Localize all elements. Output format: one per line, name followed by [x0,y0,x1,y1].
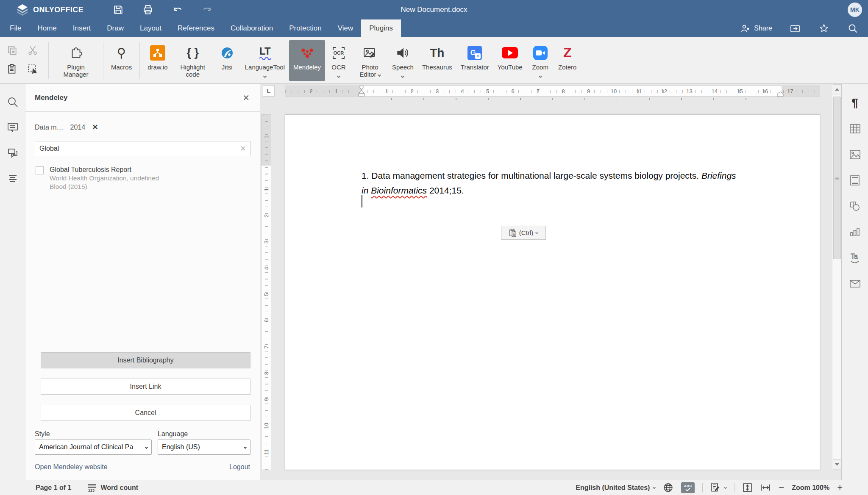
ruler-number: 7 [263,343,270,351]
page-indicator[interactable]: Page 1 of 1 [36,484,71,492]
image-settings-icon[interactable] [849,148,861,161]
filter-chip-remove-icon[interactable]: ✕ [92,123,98,132]
undo-icon[interactable] [172,4,184,16]
paragraph-settings-icon[interactable]: ¶ [849,97,861,109]
shape-settings-icon[interactable] [849,200,861,213]
language-select[interactable]: English (US) [158,440,250,455]
tab-plugins[interactable]: Plugins [361,19,401,37]
table-settings-icon[interactable] [849,122,861,135]
tab-protection[interactable]: Protection [281,19,330,37]
navigation-icon[interactable] [6,172,19,185]
app-header: ONLYOFFICE [0,0,868,37]
ruler-number: 10 [609,86,618,97]
toolbar-macros-button[interactable]: ⚲ Macros [107,40,136,81]
vertical-ruler[interactable]: 12345678910111 [261,114,271,470]
print-icon[interactable] [142,4,154,16]
fit-page-button[interactable] [742,482,753,493]
track-changes-button[interactable] [710,482,726,493]
zoom-dropdown-chevron[interactable] [539,72,542,76]
scroll-up-button[interactable] [833,84,841,94]
toolbar-label: Zotero [558,64,576,71]
toolbar-speech-button[interactable]: Speech [388,40,418,81]
toolbar-mendeley-button[interactable]: Mendeley [289,40,325,81]
indent-marker[interactable] [358,86,365,97]
tab-view[interactable]: View [330,19,362,37]
toolbar-youtube-button[interactable]: YouTube [493,40,527,81]
style-select[interactable]: American Journal of Clinical Pa [35,440,152,455]
select-all-icon[interactable] [26,63,39,75]
word-count-button[interactable]: 123 Word count [87,483,138,493]
share-button[interactable]: Share [740,24,772,33]
search-clear-icon[interactable]: ✕ [240,144,246,153]
photo-editor-dropdown-chevron[interactable] [377,73,381,76]
favorite-star-icon[interactable] [818,22,830,34]
toolbar-plugin-manager-button[interactable]: Plugin Manager [52,40,100,81]
right-indent-marker[interactable] [777,91,784,97]
tab-file[interactable]: File [2,19,29,37]
zoom-out-button[interactable]: − [779,484,784,492]
horizontal-ruler[interactable]: 123456789101112131415161712 [285,86,820,97]
tab-references[interactable]: References [170,19,223,37]
insert-link-button[interactable]: Insert Link [41,379,250,395]
chart-settings-icon[interactable] [849,226,861,238]
ruler-number: 4 [263,264,270,273]
scrollbar-thumb[interactable] [833,97,841,259]
save-icon[interactable] [112,4,124,16]
cut-icon[interactable] [26,44,39,57]
insert-bibliography-button[interactable]: Insert Bibliography [41,352,250,368]
languagetool-dropdown-chevron[interactable] [264,72,266,76]
copy-icon[interactable] [6,44,19,57]
ruler-number: 2 [408,86,416,97]
track-changes-icon [710,482,721,493]
toolbar-jitsi-button[interactable]: Jitsi [214,40,241,81]
toolbar-photo-editor-button[interactable]: Photo Editor [352,40,388,81]
ruler-number: 1 [332,86,341,97]
zoom-level-label[interactable]: Zoom 100% [792,484,829,492]
paste-icon[interactable] [6,63,19,75]
logout-link[interactable]: Logout [229,463,250,471]
spell-check-toggle[interactable]: ABC [681,482,695,493]
comments-icon[interactable] [6,121,19,134]
toolbar-zoom-button[interactable]: Zoom [527,40,554,81]
search-icon[interactable] [6,96,19,108]
vertical-scrollbar[interactable] [832,84,841,470]
open-mendeley-website-link[interactable]: Open Mendeley website [35,463,108,471]
paste-options-button[interactable]: (Ctrl) [501,226,546,240]
tab-stop-selector[interactable]: L [263,86,275,97]
toolbar-translator-button[interactable]: G A Translator [456,40,493,81]
tab-collaboration[interactable]: Collaboration [223,19,281,37]
translator-icon: G A [467,44,482,62]
open-file-location-icon[interactable] [789,22,801,34]
cancel-button[interactable]: Cancel [41,405,250,421]
fit-width-button[interactable] [760,482,771,493]
chat-icon[interactable] [6,147,19,159]
toolbar-zotero-button[interactable]: Z Zotero [554,40,581,81]
zoom-in-button[interactable]: + [837,484,843,492]
tab-layout[interactable]: Layout [132,19,170,37]
toolbar-drawio-button[interactable]: draw.io [143,40,172,81]
mail-merge-icon[interactable] [849,277,861,290]
document-language-selector[interactable]: English (United States) [576,484,655,492]
toolbar-thesaurus-button[interactable]: Th Thesaurus [418,40,456,81]
scroll-down-button[interactable] [833,459,841,470]
panel-close-icon[interactable]: ✕ [242,93,250,103]
search-result-item[interactable]: Global Tuberculosis Report World Health … [36,166,260,191]
header-footer-settings-icon[interactable] [849,174,861,187]
ocr-dropdown-chevron[interactable] [337,72,340,76]
set-language-globe-icon[interactable] [663,482,673,493]
toolbar-languagetool-button[interactable]: LT LanguageTool [241,40,289,81]
plugins-toolbar: Plugin Manager ⚲ Macros draw.io { } High… [0,37,868,84]
tab-draw[interactable]: Draw [99,19,132,37]
text-art-settings-icon[interactable]: Ta [849,252,861,264]
tab-home[interactable]: Home [29,19,64,37]
result-checkbox[interactable] [36,166,44,174]
redo-icon[interactable] [201,4,213,16]
speech-dropdown-chevron[interactable] [401,72,404,76]
tab-insert[interactable]: Insert [65,19,99,37]
document-page[interactable]: 1. Data management strategies for multin… [285,114,820,470]
panel-search-input[interactable] [35,141,250,156]
avatar[interactable]: MK [848,3,862,17]
toolbar-ocr-button[interactable]: OCR OCR [325,40,352,81]
toolbar-highlight-code-button[interactable]: { } Highlight code [172,40,214,81]
header-search-icon[interactable] [847,22,859,34]
